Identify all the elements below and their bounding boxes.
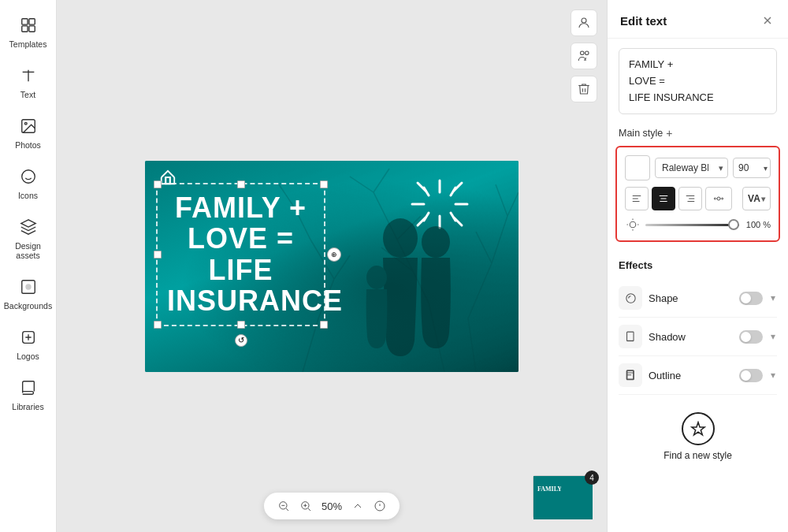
- design-assets-icon: [17, 216, 39, 238]
- text-preview: FAMILY + LOVE = LIFE INSURANCE: [619, 48, 777, 114]
- libraries-icon: [17, 377, 39, 399]
- text-icon: [17, 65, 39, 87]
- opacity-row: 100 %: [625, 217, 771, 233]
- svg-point-13: [25, 284, 31, 289]
- sidebar-item-photos[interactable]: Photos: [0, 107, 56, 158]
- sidebar-item-libraries[interactable]: Libraries: [0, 369, 56, 419]
- backgrounds-icon: [17, 276, 39, 298]
- sidebar-item-templates[interactable]: Templates: [0, 6, 56, 57]
- alignment-row: VA ▾: [625, 187, 771, 210]
- effect-row-shape: Shape ▾: [619, 279, 777, 318]
- svg-rect-2: [21, 26, 27, 32]
- font-select[interactable]: Raleway Black: [655, 158, 728, 178]
- info-button[interactable]: [371, 497, 388, 515]
- handle-bottom-middle[interactable]: [237, 321, 245, 329]
- color-swatch[interactable]: [625, 155, 650, 180]
- outline-effect-name: Outline: [649, 370, 733, 381]
- thumbnail-image: FAMILY: [533, 475, 592, 519]
- thumbnail-strip[interactable]: 4 FAMILY: [533, 475, 596, 523]
- effect-row-outline: Outline ▾: [619, 356, 777, 395]
- svg-point-52: [422, 226, 450, 258]
- align-right-button[interactable]: [678, 187, 702, 210]
- handle-top-right[interactable]: [320, 180, 328, 188]
- users-button[interactable]: [571, 43, 597, 69]
- handle-middle-left[interactable]: [154, 251, 162, 259]
- svg-line-55: [286, 508, 288, 511]
- svg-marker-11: [20, 220, 35, 227]
- opacity-value: 100 %: [744, 220, 771, 229]
- sidebar-item-text[interactable]: Text: [0, 57, 56, 107]
- svg-point-53: [366, 266, 387, 289]
- font-size-input[interactable]: [733, 158, 771, 178]
- sidebar-label-photos: Photos: [15, 140, 41, 150]
- svg-rect-1: [28, 19, 34, 24]
- outline-effect-icon: [619, 363, 642, 387]
- main-style-label: Main style: [619, 128, 663, 139]
- align-left-button[interactable]: [625, 187, 649, 210]
- handle-bottom-left[interactable]: [154, 321, 162, 329]
- avatar-button[interactable]: [571, 9, 597, 36]
- sidebar-item-icons[interactable]: Icons: [0, 158, 56, 208]
- outline-toggle[interactable]: [739, 369, 763, 382]
- svg-point-79: [722, 198, 723, 199]
- sidebar: Templates Text Photos Icons Design asset…: [0, 0, 57, 532]
- handle-top-left[interactable]: [154, 180, 162, 188]
- bottom-toolbar: 50%: [264, 493, 400, 519]
- font-select-wrap[interactable]: Raleway Black: [655, 158, 728, 178]
- panel-title: Edit text: [620, 14, 667, 28]
- zoom-up-button[interactable]: [349, 497, 366, 515]
- thumbnail-badge: 4: [585, 471, 599, 485]
- svg-point-16: [581, 51, 585, 55]
- shape-effect-icon: [619, 286, 642, 310]
- shape-toggle-knob: [741, 293, 751, 303]
- font-size-wrap[interactable]: [733, 158, 771, 178]
- shadow-effect-name: Shadow: [649, 331, 733, 343]
- find-style-icon: [682, 412, 715, 445]
- svg-line-24: [350, 177, 374, 192]
- shape-chevron[interactable]: ▾: [769, 291, 777, 305]
- effect-row-shadow: Shadow ▾: [619, 318, 777, 356]
- va-button[interactable]: VA ▾: [742, 187, 771, 210]
- sidebar-label-backgrounds: Backgrounds: [4, 301, 52, 311]
- shape-toggle[interactable]: [739, 292, 763, 305]
- shadow-toggle[interactable]: [739, 330, 763, 344]
- svg-rect-88: [626, 332, 634, 340]
- main-style-plus[interactable]: +: [666, 127, 672, 140]
- logos-icon: [17, 326, 39, 348]
- handle-rotate[interactable]: ↺: [235, 334, 247, 347]
- shadow-chevron[interactable]: ▾: [769, 329, 777, 344]
- text-preview-line2: LOVE =: [629, 75, 665, 87]
- opacity-slider[interactable]: [645, 224, 739, 226]
- svg-point-82: [630, 222, 636, 229]
- opacity-thumb: [728, 219, 739, 230]
- sidebar-label-libraries: Libraries: [12, 402, 43, 411]
- shadow-toggle-knob: [741, 332, 751, 342]
- svg-point-51: [383, 218, 418, 258]
- sidebar-item-backgrounds[interactable]: Backgrounds: [0, 268, 56, 318]
- main-style-header: Main style +: [608, 124, 788, 146]
- find-style-button[interactable]: Find a new style: [608, 401, 788, 472]
- zoom-out-button[interactable]: [275, 497, 292, 515]
- panel-close-button[interactable]: [760, 13, 775, 28]
- shape-effect-name: Shape: [649, 292, 733, 304]
- zoom-value: 50%: [319, 500, 344, 512]
- handle-top-middle[interactable]: [237, 180, 245, 188]
- outline-chevron[interactable]: ▾: [769, 368, 777, 382]
- templates-icon: [17, 14, 39, 36]
- sidebar-item-design-assets[interactable]: Design assets: [0, 208, 56, 268]
- sidebar-item-logos[interactable]: Logos: [0, 318, 56, 369]
- align-center-button[interactable]: [652, 187, 675, 210]
- svg-rect-3: [28, 26, 34, 32]
- svg-point-7: [24, 122, 27, 125]
- spacing-button[interactable]: [705, 187, 732, 210]
- sidebar-label-text: Text: [20, 90, 35, 99]
- svg-line-25: [374, 169, 389, 192]
- sidebar-label-templates: Templates: [9, 39, 47, 49]
- shadow-effect-icon: [619, 325, 642, 348]
- family-silhouette: [290, 199, 511, 372]
- canvas-area: ⊕ ↺ FAMILY +LOVE =LIFEINSURANCE 50%: [57, 0, 607, 532]
- effects-title: Effects: [619, 259, 777, 271]
- delete-button[interactable]: [571, 76, 597, 102]
- zoom-in-button[interactable]: [297, 497, 314, 515]
- icons-icon: [17, 166, 39, 188]
